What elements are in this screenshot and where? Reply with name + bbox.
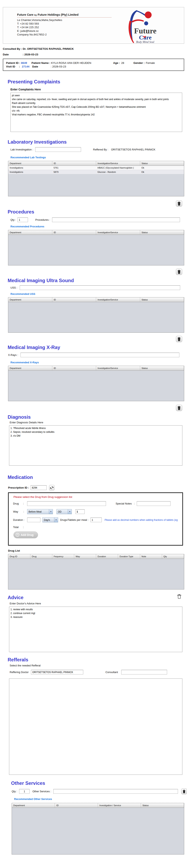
lab-investigation-input[interactable] — [35, 147, 81, 152]
refresh-icon — [50, 486, 54, 490]
special-notes-input[interactable] — [137, 501, 171, 506]
age-label: Age : — [113, 61, 120, 64]
way-qty-input[interactable] — [75, 509, 85, 514]
referral-list-box[interactable] — [9, 679, 182, 775]
other-services-input[interactable] — [53, 789, 178, 794]
column-header[interactable]: Status — [140, 161, 184, 165]
complaints-textarea[interactable]: pt seen she came on saturday, reported; … — [10, 93, 182, 132]
duration-input[interactable] — [27, 518, 40, 522]
procedures-qty-input[interactable] — [17, 217, 28, 222]
delete-procedure-button[interactable] — [176, 269, 182, 275]
xray-table-header-row: DepartmentIDInvestigation/ServiceStatus — [8, 366, 184, 370]
column-header[interactable]: Department — [8, 366, 52, 370]
trash-outline-icon — [177, 594, 181, 599]
chevron-down-icon: ▼ — [68, 509, 72, 514]
refresh-prescription-button[interactable] — [49, 485, 54, 490]
duration-unit-value: Day/s — [43, 518, 54, 522]
patient-id-label: Patient ID : — [6, 61, 20, 64]
drug-input[interactable] — [27, 501, 106, 506]
way-dropdown[interactable]: Before Meal ▼ — [27, 509, 53, 514]
column-header[interactable]: ID — [52, 161, 96, 165]
consult-date-label: Date — [3, 53, 22, 56]
duration-unit-dropdown[interactable]: Day/s ▼ — [42, 517, 58, 522]
procedures-input[interactable] — [52, 217, 180, 222]
procedures-qty-label: Qty : — [10, 218, 16, 221]
age-value: 28 — [121, 61, 124, 64]
logo-graphic: Future Care Body Mind Soul — [124, 9, 163, 43]
column-header[interactable]: ID — [52, 298, 96, 302]
logo-blue-dot — [144, 21, 148, 25]
column-header[interactable]: Department — [8, 161, 52, 165]
drug-list-table: Drug IDDrugFequencyWayDurationDuration T… — [8, 554, 184, 589]
frequency-dropdown[interactable]: OD ▼ — [57, 509, 72, 514]
table-row[interactable]: Investigations5761HBA1C (Glycosylated Ha… — [8, 165, 184, 170]
table-cell: Investigations — [8, 165, 52, 170]
column-header[interactable]: Fequency — [52, 554, 74, 559]
column-header[interactable]: Department — [8, 230, 52, 235]
duration-label: Duration : — [13, 518, 26, 521]
column-header[interactable]: Qty — [162, 554, 184, 559]
column-header[interactable]: Investigation/Service — [96, 298, 140, 302]
section-title-presenting-complaints: Presenting Complaints — [8, 79, 179, 85]
uss-table-header-row: DepartmentIDInvestigation/ServiceStatus — [8, 298, 184, 302]
section-title-diagnosis: Diagnosis — [8, 414, 179, 420]
uss-table: DepartmentIDInvestigation/ServiceStatus — [8, 297, 184, 333]
advice-label: Enter Doctor's Advice Here — [10, 602, 187, 605]
add-drug-label: Add Drug — [21, 533, 34, 536]
company-number: Company No.8417652-2 — [17, 33, 112, 36]
patient-name-value: KYLA ROSA VAN DER HEIJDEN — [51, 61, 91, 64]
delete-other-service-button[interactable] — [181, 788, 187, 794]
company-email: E: jude@future.sc — [17, 29, 112, 33]
column-header[interactable]: Duration Type — [118, 554, 140, 559]
consultant-input[interactable] — [121, 670, 167, 675]
company-name-rest: Future Holdings (Pty) Limited — [38, 13, 78, 16]
column-header[interactable]: Duration — [96, 554, 118, 559]
logo-tagline: Body Mind Soul — [136, 40, 154, 43]
other-services-qty-input[interactable] — [19, 789, 30, 794]
patient-name-label: Patient Name : — [32, 61, 50, 64]
column-header[interactable]: Department — [12, 803, 55, 808]
complaints-label: Enter Complaints Here — [10, 88, 187, 91]
delete-xray-button[interactable] — [176, 405, 182, 411]
xray-input[interactable] — [21, 353, 179, 357]
uss-input[interactable] — [20, 285, 180, 290]
column-header[interactable]: Note — [140, 554, 162, 559]
table-cell: Ok — [140, 165, 184, 170]
column-header[interactable]: Department — [8, 298, 52, 302]
referring-doctor-input[interactable] — [31, 670, 83, 675]
per-meal-input[interactable] — [90, 518, 102, 522]
table-row[interactable]: Investigations5879Glucose - RandomOk — [8, 170, 184, 174]
uss-label: USS : — [10, 286, 17, 289]
column-header[interactable]: Status — [140, 298, 184, 302]
column-header[interactable]: Status — [140, 366, 184, 370]
column-header[interactable]: Way — [74, 554, 96, 559]
column-header[interactable]: Investigation/Service — [96, 366, 140, 370]
company-address: Le Chainter,Victoria,Mahe,Seychelles — [17, 18, 112, 22]
trash-icon — [177, 337, 181, 341]
delete-lab-item-button[interactable] — [176, 200, 182, 207]
delete-advice-button[interactable] — [176, 593, 182, 600]
column-header[interactable]: ID — [52, 366, 96, 370]
delete-uss-button[interactable] — [176, 336, 182, 342]
visit-date-value: : 2026-03-23 — [51, 65, 66, 68]
drug-suggestion-note: Please select the Drug from Drug suggess… — [13, 495, 178, 498]
column-header[interactable]: Drug — [30, 554, 52, 559]
advice-textarea[interactable]: 1. review with results 2. continue curre… — [9, 607, 182, 652]
column-header[interactable]: ID — [52, 230, 96, 235]
column-header[interactable]: Investigation/Service — [96, 230, 140, 235]
table-cell: 5879 — [52, 170, 96, 174]
column-header[interactable]: ID — [55, 803, 98, 808]
column-header[interactable]: Drug ID — [8, 554, 30, 559]
column-header[interactable]: Status — [140, 230, 184, 235]
procedures-table-header-row: DepartmentIDInvestigation/ServiceStatus — [8, 230, 184, 235]
column-header[interactable]: Investigation / Service — [98, 803, 141, 808]
procedures-table: DepartmentIDInvestigation/ServiceStatus — [8, 230, 184, 266]
other-services-qty-label: Qty : — [12, 790, 17, 793]
add-drug-button[interactable]: + Add Drug — [13, 531, 38, 538]
column-header[interactable]: Status — [141, 803, 184, 808]
diagnosis-textarea[interactable]: 1. ?Resolved acute febrile illness 2. Se… — [9, 425, 182, 466]
prescription-id-input[interactable] — [31, 485, 47, 490]
lab-testings-table: DepartmentIDInvestigation/ServiceStatus … — [8, 161, 184, 196]
fraction-note: Please add as decimal numbers when addin… — [105, 519, 178, 521]
column-header[interactable]: Investigation/Service — [96, 161, 140, 165]
